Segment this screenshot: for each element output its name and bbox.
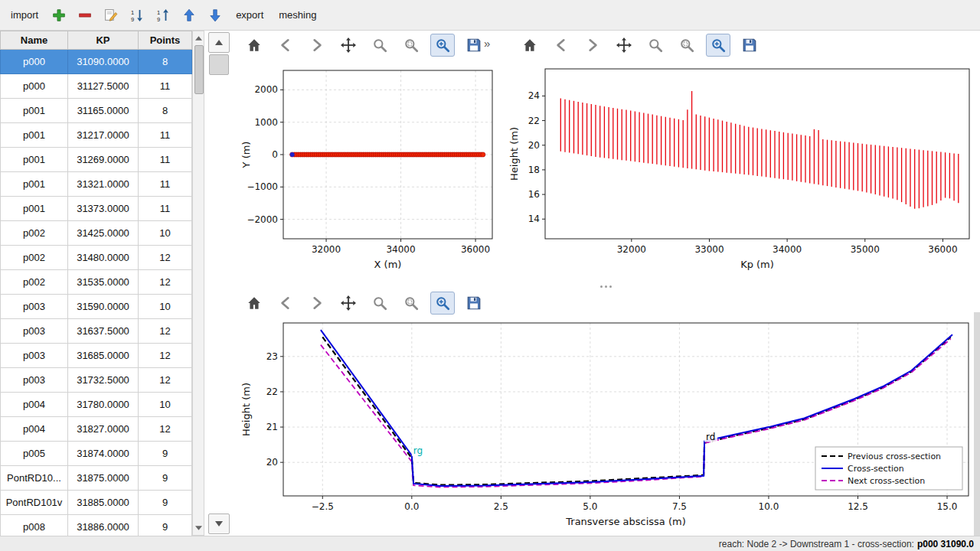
table-cell[interactable]: 31321.0000: [68, 172, 139, 197]
mpl-save-button[interactable]: [462, 292, 486, 315]
splitter-handle[interactable]: [231, 282, 980, 291]
table-cell[interactable]: p004: [1, 417, 68, 442]
scroll-down-icon[interactable]: [193, 523, 204, 533]
table-cell[interactable]: 31090.0000: [68, 50, 139, 74]
move-down-button[interactable]: [207, 7, 224, 24]
table-cell[interactable]: p002: [1, 246, 68, 270]
table-cell[interactable]: 11: [139, 197, 192, 221]
table-cell[interactable]: p001: [1, 197, 68, 221]
mpl-zoom-button[interactable]: [643, 34, 668, 57]
table-cell[interactable]: 31685.0000: [68, 344, 139, 368]
table-row[interactable]: p00331590.000010: [1, 295, 192, 319]
table-cell[interactable]: p005: [1, 442, 68, 466]
table-cell[interactable]: 31637.5000: [68, 319, 139, 344]
panel-scrollbar[interactable]: [208, 32, 230, 534]
table-row[interactable]: p00231535.000012: [1, 270, 192, 295]
table-cell[interactable]: 11: [139, 172, 192, 197]
table-row[interactable]: p00131373.000011: [1, 197, 192, 221]
table-cell[interactable]: 11: [139, 148, 192, 172]
mpl-home-button[interactable]: [242, 292, 266, 315]
right-edge-scrollbar[interactable]: [974, 312, 980, 536]
mpl-forward-button[interactable]: [305, 34, 329, 57]
table-scrollbar[interactable]: [192, 31, 204, 536]
table-cell[interactable]: PontRD101v: [1, 491, 68, 515]
table-cell[interactable]: p003: [1, 319, 68, 344]
mpl-pan-button[interactable]: [336, 34, 361, 57]
table-cell[interactable]: 12: [139, 417, 192, 442]
meshing-button[interactable]: meshing: [276, 6, 319, 24]
mpl-zoom-sel-button[interactable]: [399, 34, 423, 57]
table-cell[interactable]: 31165.0000: [68, 99, 139, 123]
table-cell[interactable]: 31885.0000: [68, 491, 139, 515]
toolbar-overflow-button[interactable]: »: [484, 37, 490, 50]
plan-view-chart[interactable]: 320003400036000−2000−1000010002000X (m)Y…: [234, 60, 505, 282]
panel-scroll-down-button[interactable]: [208, 514, 230, 534]
mpl-zoom-sel-button[interactable]: [399, 292, 423, 315]
table-cell[interactable]: 9: [139, 491, 192, 515]
export-button[interactable]: export: [233, 6, 266, 24]
column-header-kp[interactable]: KP: [68, 31, 139, 50]
table-cell[interactable]: 12: [139, 319, 192, 344]
table-cell[interactable]: PontRD10...: [1, 466, 68, 491]
table-cell[interactable]: p001: [1, 123, 68, 148]
table-row[interactable]: p00131269.000011: [1, 148, 192, 172]
table-row[interactable]: p00431827.000012: [1, 417, 192, 442]
table-cell[interactable]: 31373.0000: [68, 197, 139, 221]
table-row[interactable]: PontRD10...31875.00009: [1, 466, 192, 491]
table-cell[interactable]: 11: [139, 123, 192, 148]
table-row[interactable]: p00131217.000011: [1, 123, 192, 148]
table-cell[interactable]: 31827.0000: [68, 417, 139, 442]
mpl-zoom-in-button[interactable]: [706, 34, 730, 57]
mpl-pan-button[interactable]: [612, 34, 636, 57]
table-cell[interactable]: p002: [1, 221, 68, 246]
table-cell[interactable]: p003: [1, 344, 68, 368]
table-row[interactable]: p00331685.000012: [1, 344, 192, 368]
table-cell[interactable]: 10: [139, 393, 192, 417]
mpl-zoom-in-button[interactable]: [430, 34, 455, 57]
mpl-back-button[interactable]: [273, 292, 298, 315]
table-row[interactable]: p00331637.500012: [1, 319, 192, 344]
table-cell[interactable]: 31780.0000: [68, 393, 139, 417]
edit-button[interactable]: [103, 7, 119, 24]
panel-scroll-up-button[interactable]: [208, 32, 230, 53]
table-row[interactable]: p00131165.00008: [1, 99, 192, 123]
mpl-zoom-sel-button[interactable]: [675, 34, 699, 57]
mpl-zoom-button[interactable]: [368, 34, 392, 57]
table-cell[interactable]: 31269.0000: [68, 148, 139, 172]
import-button[interactable]: import: [8, 6, 41, 24]
table-cell[interactable]: 10: [139, 221, 192, 246]
table-row[interactable]: p00431780.000010: [1, 393, 192, 417]
mpl-pan-button[interactable]: [336, 292, 361, 315]
table-cell[interactable]: 12: [139, 270, 192, 295]
table-row[interactable]: PontRD101v31885.00009: [1, 491, 192, 515]
profile-chart[interactable]: 3200033000340003500036000141618202224Kp …: [507, 60, 980, 282]
table-row[interactable]: p00831886.00009: [1, 515, 192, 536]
table-cell[interactable]: p000: [1, 50, 68, 74]
table-cell[interactable]: 9: [139, 515, 192, 536]
table-row[interactable]: p00531874.00009: [1, 442, 192, 466]
table-scrollbar-thumb[interactable]: [194, 45, 204, 94]
table-cell[interactable]: 8: [139, 99, 192, 123]
table-cell[interactable]: p001: [1, 99, 68, 123]
table-cell[interactable]: 31127.5000: [68, 74, 139, 99]
column-header-points[interactable]: Points: [139, 31, 192, 50]
add-button[interactable]: [51, 7, 67, 24]
table-cell[interactable]: 31425.0000: [68, 221, 139, 246]
column-header-name[interactable]: Name: [1, 31, 68, 50]
table-cell[interactable]: p003: [1, 368, 68, 393]
mpl-forward-button[interactable]: [305, 292, 329, 315]
table-cell[interactable]: p000: [1, 74, 68, 99]
mpl-back-button[interactable]: [549, 34, 573, 57]
table-row[interactable]: p00231425.000010: [1, 221, 192, 246]
mpl-back-button[interactable]: [273, 34, 298, 57]
table-cell[interactable]: p001: [1, 172, 68, 197]
table-cell[interactable]: 9: [139, 466, 192, 491]
table-cell[interactable]: 31886.0000: [68, 515, 139, 536]
mpl-zoom-button[interactable]: [368, 292, 392, 315]
table-cell[interactable]: p004: [1, 393, 68, 417]
table-cell[interactable]: p003: [1, 295, 68, 319]
table-row[interactable]: p00231480.000012: [1, 246, 192, 270]
table-row[interactable]: p00031127.500011: [1, 74, 192, 99]
sort-ascending-button[interactable]: 19: [129, 7, 145, 24]
scroll-up-icon[interactable]: [193, 33, 204, 44]
